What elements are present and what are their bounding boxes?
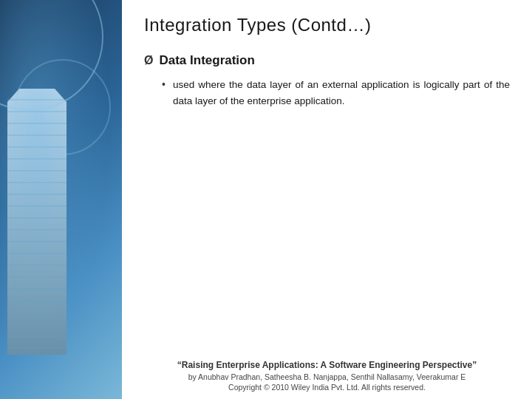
section-arrow: Ø bbox=[144, 54, 153, 67]
footer-book-title-text: “Raising Enterprise Applications: A Soft… bbox=[177, 360, 477, 370]
sidebar-circle-2 bbox=[15, 59, 111, 155]
bullet-item: • used where the data layer of an extern… bbox=[162, 77, 510, 109]
footer-book-title: “Raising Enterprise Applications: A Soft… bbox=[144, 360, 510, 370]
bullet-text: used where the data layer of an external… bbox=[173, 77, 510, 109]
sidebar bbox=[0, 0, 122, 399]
footer: “Raising Enterprise Applications: A Soft… bbox=[144, 354, 510, 392]
section-title: Data Integration bbox=[159, 53, 254, 68]
main-content: Integration Types (Contd…) Ø Data Integr… bbox=[122, 0, 532, 399]
bullet-symbol: • bbox=[162, 78, 166, 90]
content-area: Ø Data Integration • used where the data… bbox=[144, 53, 510, 354]
section-heading: Ø Data Integration bbox=[144, 53, 510, 68]
slide-title: Integration Types (Contd…) bbox=[144, 15, 510, 35]
footer-authors: by Anubhav Pradhan, Satheesha B. Nanjapp… bbox=[144, 372, 510, 381]
footer-copyright: Copyright © 2010 Wiley India Pvt. Ltd. A… bbox=[144, 383, 510, 392]
